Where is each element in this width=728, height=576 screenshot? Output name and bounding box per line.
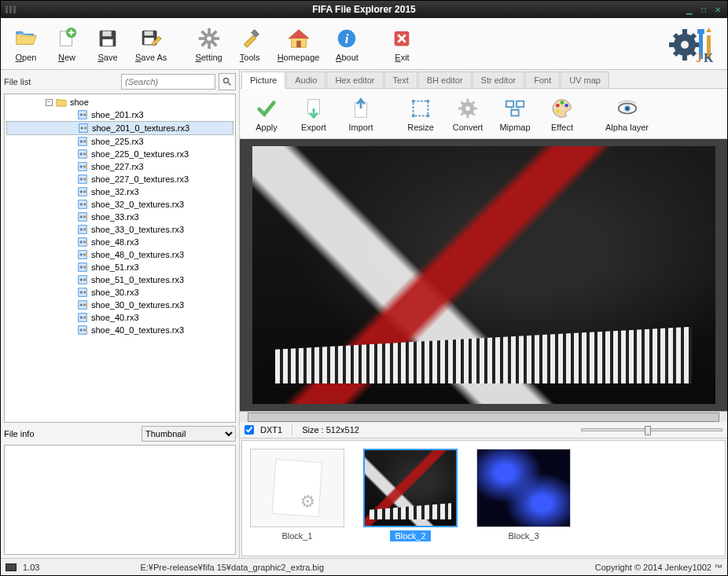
maximize-button[interactable]: □ xyxy=(697,4,710,15)
thumbnail-label: Block_1 xyxy=(277,530,317,541)
tree-file-item[interactable]: shoe_30.rx3 xyxy=(6,286,233,299)
block-thumbnail[interactable]: Block_1 xyxy=(248,447,346,549)
tree-file-item[interactable]: shoe_51.rx3 xyxy=(6,261,233,273)
svg-point-80 xyxy=(80,316,83,319)
block-thumbnail[interactable]: Block_3 xyxy=(475,447,572,549)
svg-point-50 xyxy=(80,190,83,193)
setting-button[interactable]: Setting xyxy=(188,20,229,68)
rx3-file-icon xyxy=(77,211,88,222)
apply-button[interactable]: Apply xyxy=(243,90,290,138)
texture-preview[interactable] xyxy=(252,146,715,405)
svg-line-30 xyxy=(229,83,231,86)
eye-icon xyxy=(615,96,640,121)
tree-file-item[interactable]: shoe_48_0_textures.rx3 xyxy=(6,248,233,261)
alpha-button[interactable]: Alpha layer xyxy=(598,90,656,138)
new-button[interactable]: New xyxy=(46,20,87,68)
thumbnail-dropdown[interactable]: Thumbnail xyxy=(142,426,236,442)
tree-file-item[interactable]: shoe_227_0_textures.rx3 xyxy=(6,173,233,185)
tree-root[interactable]: −shoe xyxy=(6,96,233,108)
tab-bh-editor[interactable]: BH editor xyxy=(418,72,472,88)
search-input[interactable] xyxy=(121,74,215,90)
rx3-file-icon xyxy=(77,274,88,285)
svg-point-36 xyxy=(84,127,87,130)
convert-button[interactable]: Convert xyxy=(444,90,491,138)
tree-file-item[interactable]: shoe_225.rx3 xyxy=(6,135,233,148)
tree-file-item[interactable]: shoe_227.rx3 xyxy=(6,160,233,173)
collapse-icon[interactable]: − xyxy=(46,99,53,106)
rx3-file-icon xyxy=(77,249,88,260)
file-info-box xyxy=(4,445,236,555)
tree-file-item[interactable]: shoe_201_0_textures.rx3 xyxy=(6,121,233,135)
tree-file-item[interactable]: shoe_32.rx3 xyxy=(6,185,233,198)
svg-point-109 xyxy=(626,107,629,110)
import-button[interactable]: Import xyxy=(337,90,384,138)
tree-file-item[interactable]: shoe_32_0_textures.rx3 xyxy=(6,198,233,211)
close-button[interactable]: ✕ xyxy=(711,4,724,15)
texture-format: DXT1 xyxy=(260,425,282,435)
preview-area xyxy=(240,139,727,411)
tab-audio[interactable]: Audio xyxy=(286,72,325,88)
status-path: E:¥Pre-release¥fifa 15¥data_graphic2_ext… xyxy=(46,563,594,572)
tab-picture[interactable]: Picture xyxy=(241,72,285,89)
tab-hex-editor[interactable]: Hex editor xyxy=(326,72,383,88)
exit-button[interactable]: Exit xyxy=(381,20,422,68)
tree-file-item[interactable]: shoe_201.rx3 xyxy=(6,108,233,121)
svg-point-53 xyxy=(80,203,83,206)
horizontal-scrollbar[interactable] xyxy=(240,411,727,422)
svg-point-51 xyxy=(83,190,86,193)
svg-point-106 xyxy=(556,109,560,113)
block-thumbnail[interactable]: Block_2 xyxy=(362,447,459,549)
file-tree[interactable]: −shoeshoe_201.rx3shoe_201_0_textures.rx3… xyxy=(4,94,236,423)
tree-file-item[interactable]: shoe_48.rx3 xyxy=(6,236,233,248)
tree-file-item[interactable]: shoe_40_0_textures.rx3 xyxy=(6,324,233,336)
rx3-file-icon xyxy=(77,224,88,235)
search-button[interactable] xyxy=(219,73,236,90)
svg-point-23 xyxy=(681,41,689,49)
svg-point-62 xyxy=(80,240,83,244)
svg-rect-98 xyxy=(506,101,513,107)
floppy-pencil-icon xyxy=(138,26,164,51)
svg-point-48 xyxy=(83,178,86,181)
tree-file-item[interactable]: shoe_33_0_textures.rx3 xyxy=(6,223,233,236)
minimize-button[interactable]: ▁ xyxy=(683,4,696,15)
mipmap-button[interactable]: Mipmap xyxy=(491,90,539,138)
resize-button[interactable]: Resize xyxy=(397,90,444,138)
version-label: 1.03 xyxy=(17,563,46,572)
tree-file-item[interactable]: shoe_30_0_textures.rx3 xyxy=(6,299,233,311)
svg-point-104 xyxy=(561,101,564,105)
mipmap-icon xyxy=(502,96,528,121)
svg-rect-99 xyxy=(517,101,524,107)
svg-text:i: i xyxy=(345,31,349,46)
tree-file-item[interactable]: shoe_40.rx3 xyxy=(6,311,233,324)
save-button[interactable]: Save xyxy=(87,20,128,68)
tab-text[interactable]: Text xyxy=(384,72,417,88)
about-button[interactable]: iAbout xyxy=(326,20,367,68)
open-button[interactable]: Open xyxy=(6,20,46,68)
saveas-button[interactable]: Save As xyxy=(128,20,174,68)
svg-point-88 xyxy=(412,99,415,102)
main-toolbar: OpenNewSaveSave AsSettingToolsHomepageiA… xyxy=(1,18,727,70)
tab-font[interactable]: Font xyxy=(525,72,560,88)
zoom-slider[interactable] xyxy=(581,428,722,431)
tools-button[interactable]: Tools xyxy=(230,20,270,68)
window-title: FIFA File Explorer 2015 xyxy=(312,4,416,15)
tab-uv-map[interactable]: UV map xyxy=(561,72,609,88)
app-logo: JK xyxy=(666,24,718,64)
tree-file-item[interactable]: shoe_225_0_textures.rx3 xyxy=(6,148,233,160)
svg-point-32 xyxy=(80,113,83,116)
tree-file-item[interactable]: shoe_33.rx3 xyxy=(6,211,233,223)
label: Open xyxy=(16,53,37,62)
texture-checkbox[interactable] xyxy=(245,425,254,435)
exit-icon xyxy=(389,26,414,51)
label: New xyxy=(58,53,75,62)
gear-icon xyxy=(197,26,222,51)
tree-file-item[interactable]: shoe_51_0_textures.rx3 xyxy=(6,273,233,286)
svg-rect-3 xyxy=(102,31,111,36)
tab-str-editor[interactable]: Str editor xyxy=(472,72,525,88)
svg-point-57 xyxy=(83,215,86,218)
svg-point-78 xyxy=(83,303,86,306)
effect-button[interactable]: Effect xyxy=(539,90,586,138)
export-button[interactable]: Export xyxy=(290,90,337,138)
homepage-button[interactable]: Homepage xyxy=(270,20,327,68)
convert-icon xyxy=(455,96,480,121)
